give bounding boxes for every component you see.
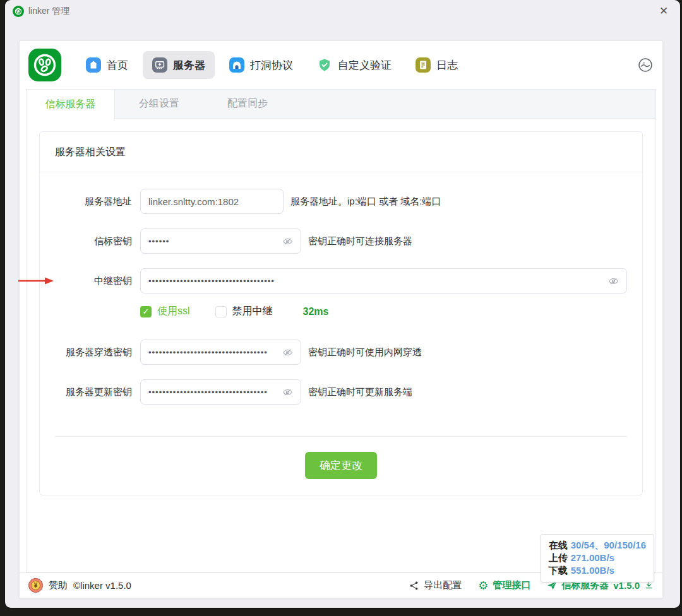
main-panel: 首页 服务器 打洞 bbox=[19, 40, 663, 598]
download-value: 551.00B/s bbox=[571, 565, 614, 576]
nav-tab-label: 自定义验证 bbox=[338, 58, 392, 73]
gear-icon: ⚙ bbox=[478, 580, 488, 591]
beacon-key-input[interactable]: •••••• bbox=[140, 228, 301, 254]
server-address-hint: 服务器地址。ip:端口 或者 域名:端口 bbox=[290, 196, 441, 208]
nav-tab-label: 首页 bbox=[107, 58, 128, 73]
server-icon bbox=[152, 57, 167, 73]
nav-tab-logs[interactable]: 日志 bbox=[406, 51, 467, 79]
form-row-update-key: 服务器更新密钥 ••••••••••••••••••••••••••••••••… bbox=[55, 379, 627, 405]
online-label: 在线 bbox=[549, 540, 568, 550]
server-address-label: 服务器地址 bbox=[55, 196, 132, 208]
online-value: 30/54、90/150/16 bbox=[571, 540, 646, 550]
beacon-key-value: •••••• bbox=[148, 237, 277, 246]
disable-relay-checkbox[interactable] bbox=[215, 306, 227, 317]
update-key-label: 服务器更新密钥 bbox=[55, 386, 132, 398]
subtab-group-settings[interactable]: 分组设置 bbox=[115, 90, 203, 118]
penetrate-key-input[interactable]: •••••••••••••••••••••••••••••••••• bbox=[140, 340, 301, 365]
navbar: 首页 服务器 打洞 bbox=[20, 41, 662, 89]
nav-tab-home[interactable]: 首页 bbox=[76, 51, 138, 79]
nav-tab-server[interactable]: 服务器 bbox=[143, 51, 215, 79]
sponsor-link[interactable]: 赞助 bbox=[49, 579, 68, 591]
form-row-beacon-key: 信标密钥 •••••• 密钥正确时可连接服务器 bbox=[55, 228, 627, 254]
use-ssl-option[interactable]: ✓ 使用ssl bbox=[140, 305, 190, 318]
penetrate-key-value: •••••••••••••••••••••••••••••••••• bbox=[148, 348, 277, 357]
ssl-relay-options-row: ✓ 使用ssl 禁用中继 32ms bbox=[140, 305, 627, 318]
app-window: linker 管理 ✕ 首页 bbox=[5, 0, 680, 608]
tunnel-icon bbox=[229, 57, 244, 73]
form-row-penetrate-key: 服务器穿透密钥 ••••••••••••••••••••••••••••••••… bbox=[55, 340, 627, 365]
app-logo-icon bbox=[13, 6, 24, 17]
disable-relay-label[interactable]: 禁用中继 bbox=[232, 305, 273, 318]
update-key-input[interactable]: •••••••••••••••••••••••••••••••••• bbox=[140, 379, 301, 405]
update-key-hint: 密钥正确时可更新服务端 bbox=[308, 386, 412, 398]
yen-glyph: ¥ bbox=[31, 581, 40, 590]
subtab-label: 信标服务器 bbox=[45, 98, 96, 111]
window-title: linker 管理 bbox=[28, 6, 69, 17]
log-icon bbox=[416, 57, 431, 73]
server-address-input[interactable]: linker.snltty.com:1802 bbox=[140, 189, 284, 214]
content-box: 信标服务器 分组设置 配置同步 服务器相关设置 服务器地址 link bbox=[26, 89, 656, 572]
latency-value: 32ms bbox=[303, 306, 329, 317]
subtab-strip: 信标服务器 分组设置 配置同步 bbox=[27, 90, 655, 119]
nav-tabs: 首页 服务器 打洞 bbox=[76, 51, 467, 79]
server-settings-card: 服务器相关设置 服务器地址 linker.snltty.com:1802 服务器… bbox=[39, 131, 643, 495]
beacon-key-hint: 密钥正确时可连接服务器 bbox=[308, 235, 412, 247]
upload-value: 271.00B/s bbox=[571, 552, 614, 563]
linker-logo-icon bbox=[28, 49, 61, 81]
card-body: 服务器地址 linker.snltty.com:1802 服务器地址。ip:端口… bbox=[40, 172, 642, 495]
check-icon: ✓ bbox=[143, 307, 150, 316]
eye-slash-icon[interactable] bbox=[608, 276, 619, 287]
server-address-value: linker.snltty.com:1802 bbox=[148, 196, 275, 207]
subtab-label: 配置同步 bbox=[227, 97, 268, 110]
traffic-stats-box: 在线30/54、90/150/16 上传271.00B/s 下载551.00B/… bbox=[541, 534, 654, 583]
red-arrow-annotation-icon bbox=[18, 277, 54, 285]
download-label: 下载 bbox=[549, 565, 568, 576]
manage-api-label: 管理接口 bbox=[493, 579, 530, 591]
upload-label: 上传 bbox=[549, 552, 568, 563]
sponsor-coin-icon[interactable]: ¥ bbox=[28, 578, 43, 593]
nav-tab-punch[interactable]: 打洞协议 bbox=[220, 51, 302, 79]
shield-icon bbox=[317, 57, 332, 73]
eye-slash-icon[interactable] bbox=[282, 347, 293, 358]
relay-key-value: •••••••••••••••••••••••••••••••••••• bbox=[148, 276, 603, 286]
export-config-button[interactable]: 导出配置 bbox=[409, 579, 462, 591]
theme-toggle-icon[interactable] bbox=[637, 57, 654, 73]
copyright-text: ©linker v1.5.0 bbox=[73, 580, 131, 591]
eye-slash-icon[interactable] bbox=[282, 236, 293, 247]
subtab-beacon-server[interactable]: 信标服务器 bbox=[27, 90, 115, 119]
use-ssl-label[interactable]: 使用ssl bbox=[157, 305, 190, 318]
download-stat: 下载551.00B/s bbox=[549, 564, 646, 577]
relay-key-label-text: 中继密钥 bbox=[94, 275, 132, 286]
subtab-label: 分组设置 bbox=[139, 97, 179, 110]
relay-key-label: 中继密钥 bbox=[55, 275, 132, 287]
relay-key-input[interactable]: •••••••••••••••••••••••••••••••••••• bbox=[140, 268, 627, 293]
home-icon bbox=[86, 57, 101, 73]
nav-tab-label: 日志 bbox=[436, 58, 458, 73]
subtab-config-sync[interactable]: 配置同步 bbox=[203, 90, 292, 118]
upload-stat: 上传271.00B/s bbox=[549, 552, 646, 564]
nav-tab-label: 服务器 bbox=[173, 58, 205, 73]
export-config-label: 导出配置 bbox=[424, 579, 462, 591]
disable-relay-option[interactable]: 禁用中继 bbox=[215, 305, 273, 318]
share-icon bbox=[409, 581, 419, 591]
use-ssl-checkbox[interactable]: ✓ bbox=[140, 306, 152, 317]
form-row-relay-key: 中继密钥 •••••••••••••••••••••••••••••••••••… bbox=[55, 268, 627, 293]
form-row-server-address: 服务器地址 linker.snltty.com:1802 服务器地址。ip:端口… bbox=[55, 189, 627, 214]
card-title: 服务器相关设置 bbox=[40, 132, 642, 172]
manage-api-button[interactable]: ⚙ 管理接口 bbox=[478, 579, 530, 591]
online-stat: 在线30/54、90/150/16 bbox=[549, 539, 646, 552]
card-footer: 确定更改 bbox=[55, 436, 627, 495]
penetrate-key-label: 服务器穿透密钥 bbox=[55, 346, 132, 358]
footer-left: ¥ 赞助 ©linker v1.5.0 bbox=[28, 578, 131, 593]
nav-tab-label: 打洞协议 bbox=[250, 58, 293, 73]
confirm-changes-button[interactable]: 确定更改 bbox=[305, 452, 377, 479]
close-icon[interactable]: ✕ bbox=[655, 3, 673, 20]
update-key-value: •••••••••••••••••••••••••••••••••• bbox=[148, 388, 277, 397]
titlebar: linker 管理 ✕ bbox=[5, 0, 680, 23]
eye-slash-icon[interactable] bbox=[282, 387, 293, 398]
penetrate-key-hint: 密钥正确时可使用内网穿透 bbox=[308, 346, 422, 358]
nav-tab-verify[interactable]: 自定义验证 bbox=[308, 51, 401, 79]
beacon-key-label: 信标密钥 bbox=[55, 235, 132, 247]
